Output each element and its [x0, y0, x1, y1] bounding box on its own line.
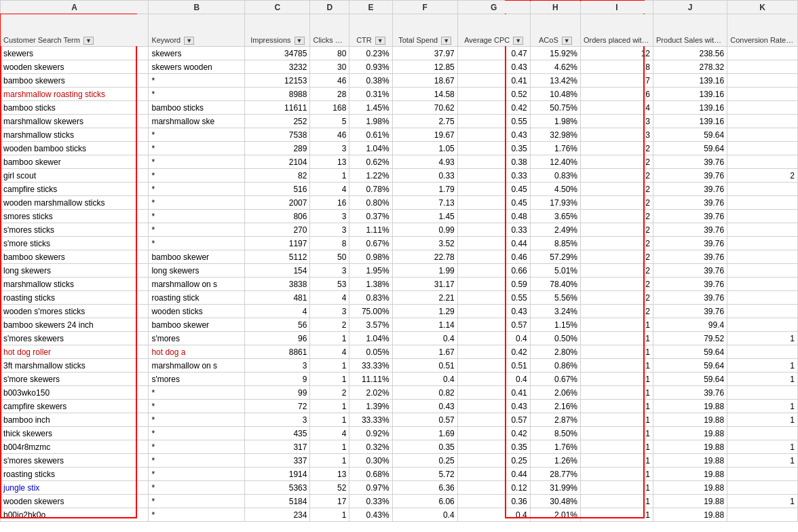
table-row: bamboo skewersbamboo skewer5112500.98%22… [1, 250, 798, 264]
cell-orders-placed: 2 [581, 250, 653, 264]
cell-ctr: 0.67% [349, 237, 392, 250]
cell-orders-placed: 2 [581, 237, 653, 250]
filter-icon-d[interactable]: ▼ [337, 37, 347, 45]
cell-acos: 4.62% [530, 60, 580, 74]
cell-average-cpc: 0.35 [457, 142, 530, 155]
table-row: thick skewers*43540.92%1.690.428.50%119.… [1, 427, 798, 440]
cell-impressions: 317 [245, 440, 310, 454]
cell-ctr: 0.62% [349, 155, 392, 169]
cell-total-spend: 18.67 [392, 74, 457, 88]
cell-impressions: 72 [245, 400, 310, 413]
cell-impressions: 3232 [245, 60, 310, 74]
cell-orders-placed: 2 [581, 155, 653, 169]
cell-total-spend: 5.72 [392, 468, 457, 481]
cell-orders-placed: 2 [581, 223, 653, 237]
cell-average-cpc: 0.4 [457, 508, 530, 522]
filter-icon-h[interactable]: ▼ [562, 37, 572, 45]
column-letters-row: A B C D E F G H I J K [1, 1, 798, 14]
cell-impressions: 234 [245, 508, 310, 522]
cell-average-cpc: 0.12 [457, 481, 530, 495]
cell-product-sales: 39.76 [653, 264, 727, 278]
filter-icon-b[interactable]: ▼ [184, 37, 194, 45]
cell-ctr: 1.22% [349, 169, 392, 183]
cell-acos: 28.77% [530, 468, 580, 481]
cell-acos: 2.16% [530, 400, 580, 413]
cell-total-spend: 1.69 [392, 427, 457, 440]
table-row: bamboo sticksbamboo sticks116111681.45%7… [1, 101, 798, 115]
cell-conversion-rate [727, 386, 798, 400]
cell-clicks: 5 [310, 115, 349, 128]
cell-conversion-rate [727, 196, 798, 210]
cell-customer-search-term: bamboo skewers [1, 74, 149, 88]
cell-average-cpc: 0.55 [457, 291, 530, 305]
cell-impressions: 8988 [245, 88, 310, 101]
cell-acos: 50.75% [530, 101, 580, 115]
cell-acos: 2.49% [530, 223, 580, 237]
cell-keyword: bamboo skewer [149, 318, 245, 332]
cell-product-sales: 139.16 [653, 115, 727, 128]
cell-acos: 3.24% [530, 305, 580, 318]
cell-customer-search-term: s'mores skewers [1, 454, 149, 468]
col-letter-j: J [653, 1, 727, 14]
cell-clicks: 4 [310, 427, 349, 440]
cell-product-sales: 39.76 [653, 250, 727, 264]
cell-average-cpc: 0.33 [457, 223, 530, 237]
cell-keyword: marshmallow on s [149, 278, 245, 291]
filter-icon-f[interactable]: ▼ [441, 37, 451, 45]
cell-customer-search-term: marshmallow roasting sticks [1, 88, 149, 101]
cell-acos: 1.98% [530, 115, 580, 128]
cell-customer-search-term: marshmallow sticks [1, 128, 149, 142]
cell-keyword: s'mores [149, 373, 245, 386]
cell-product-sales: 19.88 [653, 508, 727, 522]
cell-customer-search-term: s'mores sticks [1, 223, 149, 237]
table-row: bamboo skewers 24 inchbamboo skewer5623.… [1, 318, 798, 332]
cell-ctr: 0.37% [349, 210, 392, 223]
cell-acos: 2.01% [530, 508, 580, 522]
cell-conversion-rate [727, 128, 798, 142]
cell-conversion-rate [727, 345, 798, 359]
cell-customer-search-term: campfire sticks [1, 183, 149, 196]
cell-orders-placed: 2 [581, 291, 653, 305]
cell-conversion-rate [727, 115, 798, 128]
cell-conversion-rate [727, 481, 798, 495]
cell-clicks: 3 [310, 223, 349, 237]
cell-clicks: 1 [310, 359, 349, 373]
filter-icon-e[interactable]: ▼ [375, 37, 385, 45]
cell-product-sales: 59.64 [653, 359, 727, 373]
table-row: wooden marshmallow sticks*2007160.80%7.1… [1, 196, 798, 210]
cell-keyword: * [149, 440, 245, 454]
cell-average-cpc: 0.45 [457, 183, 530, 196]
cell-product-sales: 39.76 [653, 223, 727, 237]
cell-acos: 8.85% [530, 237, 580, 250]
col-letter-a: A [1, 1, 149, 14]
cell-ctr: 0.92% [349, 427, 392, 440]
header-clicks: Clicks ▼ [310, 14, 349, 47]
cell-acos: 13.42% [530, 74, 580, 88]
cell-product-sales: 59.64 [653, 128, 727, 142]
cell-ctr: 0.05% [349, 345, 392, 359]
cell-average-cpc: 0.47 [457, 47, 530, 60]
cell-keyword: marshmallow ske [149, 115, 245, 128]
cell-orders-placed: 1 [581, 413, 653, 427]
filter-icon-a[interactable]: ▼ [83, 37, 94, 45]
cell-total-spend: 2.75 [392, 115, 457, 128]
filter-icon-c[interactable]: ▼ [294, 37, 305, 45]
cell-clicks: 53 [310, 278, 349, 291]
cell-customer-search-term: marshmallow skewers [1, 115, 149, 128]
header-total-spend: Total Spend ▼ [392, 14, 457, 47]
cell-customer-search-term: b004r8mzmc [1, 440, 149, 454]
cell-clicks: 2 [310, 318, 349, 332]
cell-product-sales: 59.64 [653, 373, 727, 386]
cell-clicks: 4 [310, 291, 349, 305]
cell-acos: 0.83% [530, 169, 580, 183]
cell-keyword: * [149, 210, 245, 223]
cell-conversion-rate [727, 427, 798, 440]
cell-conversion-rate: 1 [727, 359, 798, 373]
cell-conversion-rate [727, 47, 798, 60]
cell-acos: 2.06% [530, 386, 580, 400]
cell-product-sales: 39.76 [653, 386, 727, 400]
cell-acos: 5.56% [530, 291, 580, 305]
filter-icon-g[interactable]: ▼ [513, 37, 523, 45]
table-row: marshmallow roasting sticks*8988280.31%1… [1, 88, 798, 101]
cell-product-sales: 39.76 [653, 183, 727, 196]
